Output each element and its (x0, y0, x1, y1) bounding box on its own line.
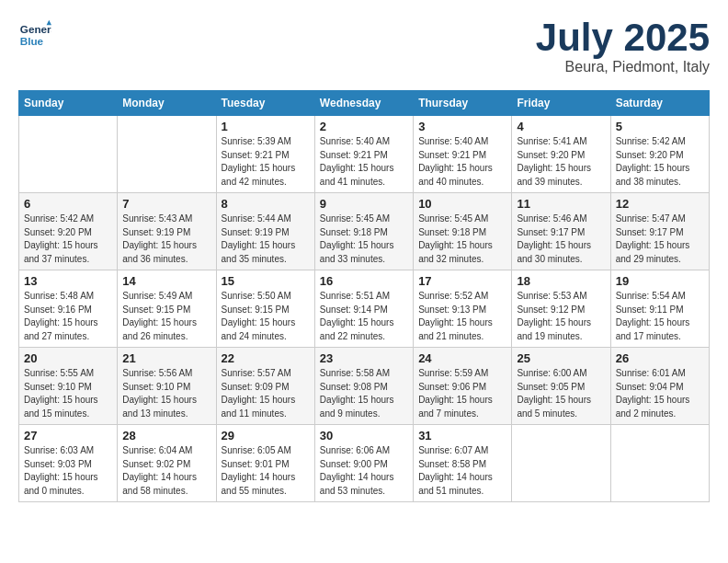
day-number: 7 (122, 197, 210, 211)
day-info: Sunrise: 5:45 AM Sunset: 9:18 PM Dayligh… (418, 213, 506, 266)
calendar-cell: 13Sunrise: 5:48 AM Sunset: 9:16 PM Dayli… (19, 270, 118, 348)
day-info: Sunrise: 5:57 AM Sunset: 9:09 PM Dayligh… (222, 367, 310, 420)
title-area: July 2025 Beura, Piedmont, Italy (536, 18, 710, 75)
day-number: 10 (418, 197, 506, 211)
day-info: Sunrise: 5:44 AM Sunset: 9:19 PM Dayligh… (222, 213, 310, 266)
day-number: 30 (320, 429, 408, 442)
calendar-cell: 22Sunrise: 5:57 AM Sunset: 9:09 PM Dayli… (216, 348, 314, 425)
day-info: Sunrise: 6:06 AM Sunset: 9:00 PM Dayligh… (320, 444, 408, 498)
calendar-header-row: SundayMondayTuesdayWednesdayThursdayFrid… (19, 91, 710, 116)
calendar-cell (19, 116, 118, 193)
day-info: Sunrise: 5:47 AM Sunset: 9:17 PM Dayligh… (616, 213, 704, 266)
day-info: Sunrise: 5:43 AM Sunset: 9:19 PM Dayligh… (122, 213, 210, 266)
day-number: 26 (616, 351, 704, 365)
calendar-cell: 4Sunrise: 5:41 AM Sunset: 9:20 PM Daylig… (512, 116, 610, 193)
day-number: 19 (616, 274, 704, 288)
logo-icon: General Blue (18, 18, 51, 52)
day-info: Sunrise: 5:50 AM Sunset: 9:15 PM Dayligh… (222, 290, 310, 343)
day-number: 6 (24, 197, 112, 211)
day-info: Sunrise: 6:04 AM Sunset: 9:02 PM Dayligh… (122, 444, 210, 498)
calendar-week-row: 6Sunrise: 5:42 AM Sunset: 9:20 PM Daylig… (19, 193, 710, 270)
calendar-cell: 12Sunrise: 5:47 AM Sunset: 9:17 PM Dayli… (610, 193, 709, 270)
day-number: 15 (222, 274, 310, 288)
weekday-header: Saturday (610, 91, 709, 116)
day-number: 2 (320, 120, 408, 133)
day-info: Sunrise: 5:51 AM Sunset: 9:14 PM Dayligh… (320, 290, 408, 343)
calendar-cell: 18Sunrise: 5:53 AM Sunset: 9:12 PM Dayli… (512, 270, 610, 348)
calendar-week-row: 13Sunrise: 5:48 AM Sunset: 9:16 PM Dayli… (19, 270, 710, 348)
calendar-week-row: 27Sunrise: 6:03 AM Sunset: 9:03 PM Dayli… (19, 425, 710, 502)
day-number: 23 (320, 351, 408, 365)
calendar-cell: 8Sunrise: 5:44 AM Sunset: 9:19 PM Daylig… (216, 193, 314, 270)
day-number: 18 (517, 274, 605, 288)
calendar-cell: 24Sunrise: 5:59 AM Sunset: 9:06 PM Dayli… (414, 348, 512, 425)
calendar-cell: 1Sunrise: 5:39 AM Sunset: 9:21 PM Daylig… (216, 116, 314, 193)
day-number: 27 (24, 429, 112, 442)
day-number: 20 (24, 351, 112, 365)
calendar-cell: 11Sunrise: 5:46 AM Sunset: 9:17 PM Dayli… (512, 193, 610, 270)
day-number: 9 (320, 197, 408, 211)
day-info: Sunrise: 5:48 AM Sunset: 9:16 PM Dayligh… (24, 290, 112, 343)
calendar-cell: 7Sunrise: 5:43 AM Sunset: 9:19 PM Daylig… (118, 193, 216, 270)
calendar-cell: 14Sunrise: 5:49 AM Sunset: 9:15 PM Dayli… (118, 270, 216, 348)
weekday-header: Wednesday (314, 91, 413, 116)
day-info: Sunrise: 5:46 AM Sunset: 9:17 PM Dayligh… (517, 213, 605, 266)
day-number: 4 (517, 120, 605, 133)
day-number: 17 (418, 274, 506, 288)
calendar-cell: 5Sunrise: 5:42 AM Sunset: 9:20 PM Daylig… (610, 116, 709, 193)
day-number: 21 (122, 351, 210, 365)
day-info: Sunrise: 5:58 AM Sunset: 9:08 PM Dayligh… (320, 367, 408, 420)
day-number: 24 (418, 351, 506, 365)
day-number: 22 (222, 351, 310, 365)
calendar-cell (118, 116, 216, 193)
calendar-cell: 23Sunrise: 5:58 AM Sunset: 9:08 PM Dayli… (314, 348, 413, 425)
day-number: 12 (616, 197, 704, 211)
day-number: 28 (122, 429, 210, 442)
svg-text:Blue: Blue (20, 35, 44, 47)
logo: General Blue (18, 18, 51, 52)
day-info: Sunrise: 5:54 AM Sunset: 9:11 PM Dayligh… (616, 290, 704, 343)
calendar-cell (512, 425, 610, 502)
calendar-cell: 29Sunrise: 6:05 AM Sunset: 9:01 PM Dayli… (216, 425, 314, 502)
day-number: 3 (418, 120, 506, 133)
day-info: Sunrise: 6:07 AM Sunset: 8:58 PM Dayligh… (418, 444, 506, 498)
day-info: Sunrise: 5:52 AM Sunset: 9:13 PM Dayligh… (418, 290, 506, 343)
day-info: Sunrise: 6:00 AM Sunset: 9:05 PM Dayligh… (517, 367, 605, 420)
day-info: Sunrise: 5:39 AM Sunset: 9:21 PM Dayligh… (222, 135, 310, 189)
calendar-cell: 2Sunrise: 5:40 AM Sunset: 9:21 PM Daylig… (314, 116, 413, 193)
day-number: 16 (320, 274, 408, 288)
calendar-cell: 21Sunrise: 5:56 AM Sunset: 9:10 PM Dayli… (118, 348, 216, 425)
calendar-cell: 28Sunrise: 6:04 AM Sunset: 9:02 PM Dayli… (118, 425, 216, 502)
day-number: 5 (616, 120, 704, 133)
weekday-header: Thursday (414, 91, 512, 116)
day-number: 25 (517, 351, 605, 365)
calendar-cell: 31Sunrise: 6:07 AM Sunset: 8:58 PM Dayli… (414, 425, 512, 502)
location-subtitle: Beura, Piedmont, Italy (536, 59, 710, 75)
weekday-header: Tuesday (216, 91, 314, 116)
calendar-cell (610, 425, 709, 502)
day-info: Sunrise: 5:56 AM Sunset: 9:10 PM Dayligh… (122, 367, 210, 420)
month-year-title: July 2025 (536, 18, 710, 57)
day-info: Sunrise: 5:55 AM Sunset: 9:10 PM Dayligh… (24, 367, 112, 420)
page-header: General Blue July 2025 Beura, Piedmont, … (18, 18, 710, 75)
day-info: Sunrise: 5:42 AM Sunset: 9:20 PM Dayligh… (616, 135, 704, 189)
day-info: Sunrise: 6:01 AM Sunset: 9:04 PM Dayligh… (616, 367, 704, 420)
calendar-cell: 16Sunrise: 5:51 AM Sunset: 9:14 PM Dayli… (314, 270, 413, 348)
calendar-week-row: 20Sunrise: 5:55 AM Sunset: 9:10 PM Dayli… (19, 348, 710, 425)
day-number: 1 (222, 120, 310, 133)
calendar-cell: 26Sunrise: 6:01 AM Sunset: 9:04 PM Dayli… (610, 348, 709, 425)
weekday-header: Monday (118, 91, 216, 116)
calendar-cell: 25Sunrise: 6:00 AM Sunset: 9:05 PM Dayli… (512, 348, 610, 425)
calendar-cell: 6Sunrise: 5:42 AM Sunset: 9:20 PM Daylig… (19, 193, 118, 270)
calendar-body: 1Sunrise: 5:39 AM Sunset: 9:21 PM Daylig… (19, 116, 710, 502)
calendar-cell: 15Sunrise: 5:50 AM Sunset: 9:15 PM Dayli… (216, 270, 314, 348)
day-info: Sunrise: 6:05 AM Sunset: 9:01 PM Dayligh… (222, 444, 310, 498)
day-info: Sunrise: 5:40 AM Sunset: 9:21 PM Dayligh… (320, 135, 408, 189)
calendar-cell: 20Sunrise: 5:55 AM Sunset: 9:10 PM Dayli… (19, 348, 118, 425)
day-number: 29 (222, 429, 310, 442)
day-info: Sunrise: 5:59 AM Sunset: 9:06 PM Dayligh… (418, 367, 506, 420)
weekday-header: Sunday (19, 91, 118, 116)
day-number: 11 (517, 197, 605, 211)
day-info: Sunrise: 5:42 AM Sunset: 9:20 PM Dayligh… (24, 213, 112, 266)
day-info: Sunrise: 5:45 AM Sunset: 9:18 PM Dayligh… (320, 213, 408, 266)
